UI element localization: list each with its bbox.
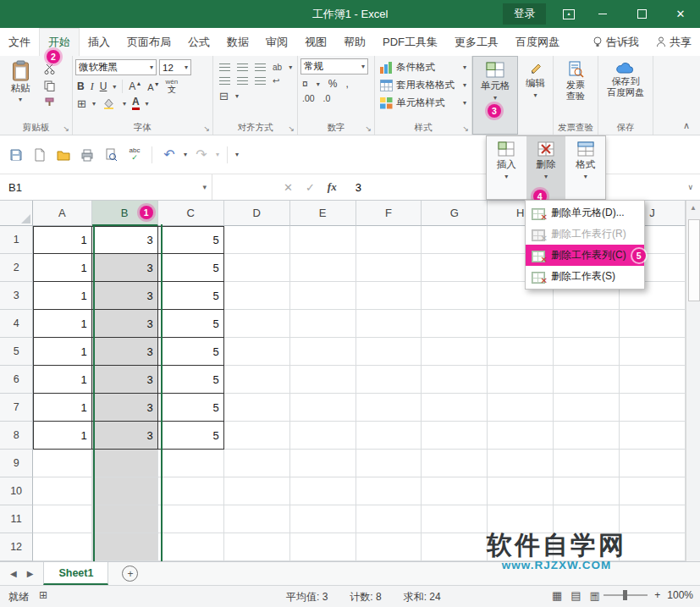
align-left-icon[interactable]: [219, 77, 230, 86]
cell-G11[interactable]: [422, 505, 488, 533]
cell-D1[interactable]: [224, 226, 290, 254]
cell-D6[interactable]: [224, 366, 290, 394]
tab-help[interactable]: 帮助: [335, 28, 374, 56]
underline-button[interactable]: U: [100, 80, 107, 92]
tab-view[interactable]: 视图: [296, 28, 335, 56]
normal-view-icon[interactable]: ▦: [552, 589, 562, 602]
cell-D8[interactable]: [224, 422, 290, 450]
cell-G6[interactable]: [422, 366, 488, 394]
cell-C8[interactable]: 5: [158, 422, 224, 450]
orientation-icon[interactable]: ab: [273, 63, 282, 72]
cell-G3[interactable]: [422, 282, 488, 310]
font-color-button[interactable]: A: [132, 97, 140, 110]
phonetic-guide-button[interactable]: wén 文: [166, 79, 179, 94]
bold-button[interactable]: B: [77, 80, 85, 92]
fill-color-dropdown-arrow[interactable]: ▾: [123, 100, 126, 108]
insert-button[interactable]: 插入 ▾: [487, 136, 526, 199]
cell-D4[interactable]: [224, 310, 290, 338]
cell-H6[interactable]: [488, 366, 554, 394]
tab-insert[interactable]: 插入: [80, 28, 119, 56]
row-header-2[interactable]: 2: [0, 254, 33, 282]
cell-I4[interactable]: [554, 310, 620, 338]
cell-J12[interactable]: [620, 533, 686, 561]
underline-dropdown-arrow[interactable]: ▾: [113, 83, 116, 91]
cell-G4[interactable]: [422, 310, 488, 338]
copy-icon[interactable]: [41, 79, 57, 92]
name-box[interactable]: B1 ▾: [0, 174, 212, 200]
cell-J7[interactable]: [620, 394, 686, 422]
tab-page-layout[interactable]: 页面布局: [119, 28, 179, 56]
cell-C10[interactable]: [158, 477, 224, 505]
paste-button[interactable]: 粘贴 ▾: [3, 58, 38, 121]
cell-C7[interactable]: 5: [158, 394, 224, 422]
row-header-4[interactable]: 4: [0, 310, 33, 338]
cell-G10[interactable]: [422, 477, 488, 505]
cell-A5[interactable]: 1: [33, 338, 91, 366]
new-workbook-button[interactable]: [30, 146, 49, 164]
menu-item-delete-sheet[interactable]: ✕ 删除工作表(S): [526, 266, 644, 287]
increase-decimal-button[interactable]: .00: [302, 93, 315, 103]
row-header-9[interactable]: 9: [0, 450, 33, 477]
cell-C3[interactable]: 5: [158, 282, 224, 310]
wrap-text-icon[interactable]: ↩: [273, 76, 279, 86]
cell-D5[interactable]: [224, 338, 290, 366]
editing-group-button[interactable]: 编辑 ▾: [518, 56, 554, 135]
cell-A2[interactable]: 1: [33, 254, 91, 282]
align-center-icon[interactable]: [237, 77, 248, 86]
tab-review[interactable]: 审阅: [257, 28, 296, 56]
delete-button[interactable]: 删除 ▾ 4: [526, 136, 566, 199]
borders-dropdown-arrow[interactable]: ▾: [92, 100, 96, 108]
grow-font-button[interactable]: A▲: [129, 80, 141, 92]
align-top-icon[interactable]: [219, 63, 230, 72]
fill-color-icon[interactable]: [102, 97, 117, 110]
cell-F2[interactable]: [356, 254, 422, 282]
row-header-1[interactable]: 1: [0, 226, 33, 254]
cell-H7[interactable]: [488, 394, 554, 422]
cell-B9[interactable]: [92, 450, 158, 477]
cell-J11[interactable]: [620, 505, 686, 533]
cell-F11[interactable]: [356, 505, 422, 533]
cell-F8[interactable]: [356, 422, 422, 450]
cell-I11[interactable]: [554, 505, 620, 533]
cell-J10[interactable]: [620, 477, 686, 505]
macro-record-icon[interactable]: ⊞: [39, 589, 47, 601]
column-header-A[interactable]: A: [33, 201, 91, 226]
qat-customize-arrow[interactable]: ▾: [235, 151, 239, 158]
zoom-slider[interactable]: [604, 594, 648, 596]
comma-style-button[interactable]: ,: [345, 78, 348, 90]
cell-D11[interactable]: [224, 505, 290, 533]
page-layout-view-icon[interactable]: ▤: [570, 589, 581, 602]
zoom-slider-handle[interactable]: [623, 590, 627, 600]
cell-D9[interactable]: [224, 450, 290, 477]
cell-B12[interactable]: [92, 533, 158, 561]
zoom-out-button[interactable]: −: [591, 589, 597, 601]
cell-A1[interactable]: 1: [33, 226, 91, 254]
cell-G8[interactable]: [422, 422, 488, 450]
collapse-ribbon-chevron[interactable]: ∧: [683, 120, 690, 131]
format-button[interactable]: 格式 ▾: [565, 136, 605, 199]
column-header-G[interactable]: G: [422, 201, 488, 226]
row-header-5[interactable]: 5: [0, 338, 33, 366]
select-all-corner[interactable]: [0, 201, 33, 226]
cell-G5[interactable]: [422, 338, 488, 366]
cell-J6[interactable]: [620, 366, 686, 394]
zoom-level[interactable]: 100%: [667, 589, 693, 601]
cell-B5[interactable]: 3: [92, 338, 158, 366]
column-header-C[interactable]: C: [158, 201, 224, 226]
confirm-entry-icon[interactable]: ✓: [306, 181, 315, 194]
cell-B1[interactable]: 3: [92, 226, 158, 254]
cut-icon[interactable]: [41, 62, 57, 75]
cell-H9[interactable]: [488, 450, 554, 477]
font-color-dropdown-arrow[interactable]: ▾: [146, 100, 149, 108]
sheet-nav-right-arrow[interactable]: ▶: [27, 569, 34, 578]
tell-me-box[interactable]: 告诉我: [584, 28, 648, 56]
cell-A11[interactable]: [33, 505, 91, 533]
cell-C6[interactable]: 5: [158, 366, 224, 394]
cell-D2[interactable]: [224, 254, 290, 282]
cell-I5[interactable]: [554, 338, 620, 366]
cell-F12[interactable]: [356, 533, 422, 561]
cell-C11[interactable]: [158, 505, 224, 533]
cell-C12[interactable]: [158, 533, 224, 561]
menu-item-delete-sheet-columns[interactable]: ✕ 删除工作表列(C) 5: [526, 245, 644, 266]
cell-H12[interactable]: [488, 533, 554, 561]
